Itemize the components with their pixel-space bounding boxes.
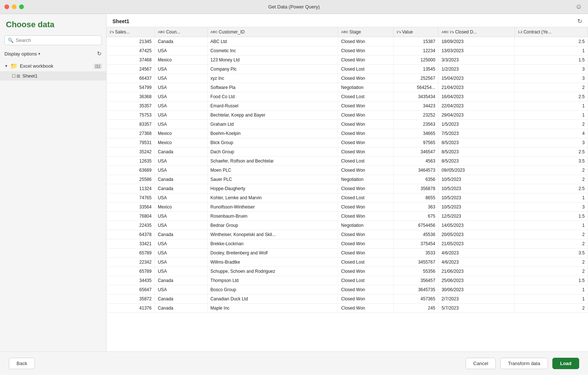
display-options-row[interactable]: Display options ▾ ↻ — [0, 48, 106, 59]
col-header-value: 1²₃ Value — [393, 27, 438, 37]
back-button[interactable]: Back — [9, 358, 35, 369]
col-header-customer-id: ABC Customer_ID — [207, 27, 338, 37]
transform-data-button[interactable]: Transform data — [500, 358, 548, 369]
col-header-sales: 1²₃ Sales... — [107, 27, 155, 37]
table-cell: Hoppe-Daugherty — [207, 184, 338, 193]
table-cell: Rosenbaum-Bruen — [207, 212, 338, 221]
load-button[interactable]: Load — [552, 358, 579, 369]
table-cell: Canada — [155, 175, 207, 184]
table-cell: USA — [155, 212, 207, 221]
col-header-contract: 1.2 Contract (Ye... — [514, 27, 588, 37]
table-cell: Negotiation — [338, 175, 393, 184]
table-cell: Negotiation — [338, 221, 393, 230]
table-cell: 7/5/2023 — [438, 129, 514, 138]
table-cell: xyz Inc — [207, 74, 338, 83]
sheet-header: Sheet1 ↻ — [107, 14, 588, 27]
table-cell: 09//05/2023 — [438, 166, 514, 175]
table-cell: USA — [155, 193, 207, 203]
sidebar-refresh-icon[interactable]: ↻ — [97, 50, 102, 57]
table-cell: 3 — [514, 203, 588, 212]
table-cell: 10/5/2023 — [438, 175, 514, 184]
footer-left: Back — [9, 358, 35, 369]
table-cell: 2 — [514, 258, 588, 267]
search-input[interactable] — [16, 38, 98, 43]
table-cell: 1.5 — [514, 276, 588, 285]
table-cell: 10/5/2023 — [438, 203, 514, 212]
table-cell: 2.5 — [514, 184, 588, 193]
close-button[interactable] — [4, 4, 9, 9]
table-cell: USA — [155, 74, 207, 83]
cancel-button[interactable]: Cancel — [466, 358, 496, 369]
table-cell: Kohler, Lemke and Marvin — [207, 193, 338, 203]
table-cell: USA — [155, 249, 207, 258]
sheet-tree-item[interactable]: ☐ ⊞ Sheet1 — [0, 71, 106, 81]
table-cell: Closed Won — [338, 285, 393, 294]
table-cell: 2.5 — [514, 92, 588, 101]
title-bar: Get Data (Power Query) ☺ — [0, 0, 588, 14]
content-refresh-button[interactable]: ↻ — [577, 18, 582, 25]
table-row: 65789USADooley, Breitenberg and WolfClos… — [107, 249, 588, 258]
table-cell: Closed Lost — [338, 258, 393, 267]
table-cell: 245 — [393, 304, 438, 313]
workbook-tree-item[interactable]: ▼ 📁 Excel workbook [1] — [0, 61, 106, 71]
table-cell: Canadian Duck Ltd — [207, 294, 338, 304]
table-row: 21345CanadaABC LtdClosed Won1538718/09/2… — [107, 37, 588, 46]
table-cell: 47425 — [107, 46, 155, 56]
table-cell: Closed Won — [338, 129, 393, 138]
table-cell: 1 — [514, 111, 588, 120]
table-row: 47425USACosmetic IncClosed Won1223413/03… — [107, 46, 588, 56]
table-row: 41376CanadaMaple IncClosed Won2455/7/202… — [107, 304, 588, 313]
col-header-closed-date: ABC 1²₃ Closed D... — [438, 27, 514, 37]
table-row: 66437USAxyz IncClosed Won25256715/04/202… — [107, 74, 588, 83]
table-cell: Closed Won — [338, 294, 393, 304]
table-cell: Emard-Russel — [207, 101, 338, 111]
search-box[interactable]: 🔍 — [4, 35, 102, 45]
table-container[interactable]: 1²₃ Sales... ABC Coun... — [107, 27, 588, 351]
table-cell: Closed Won — [338, 147, 393, 157]
table-cell: Canada — [155, 147, 207, 157]
table-cell: USA — [155, 65, 207, 74]
table-cell: Negotiation — [338, 83, 393, 92]
window-title: Get Data (Power Query) — [268, 4, 320, 10]
table-cell: Canada — [155, 184, 207, 193]
table-cell: Moen PLC — [207, 166, 338, 175]
table-cell: USA — [155, 111, 207, 120]
minimize-button[interactable] — [12, 4, 17, 9]
table-cell: Schuppe, Schoen and Rodriguez — [207, 267, 338, 276]
table-cell: 45536 — [393, 230, 438, 239]
table-cell: 13/03/2023 — [438, 46, 514, 56]
table-cell: 25/06/2023 — [438, 276, 514, 285]
table-row: 37468Mexico123 Money LtdClosed Won125000… — [107, 56, 588, 65]
sheet-name: Sheet1 — [112, 18, 129, 24]
sidebar-title: Choose data — [0, 20, 106, 35]
col-header-country: ABC Coun... — [155, 27, 207, 37]
table-cell: USA — [155, 267, 207, 276]
table-cell: 3 — [514, 138, 588, 147]
table-row: 22435USABednar GroupNegotiation675445614… — [107, 221, 588, 230]
table-cell: 363 — [393, 203, 438, 212]
table-cell: Wintheiser, Konopelski and Skil... — [207, 230, 338, 239]
table-cell: 20/05/2023 — [438, 230, 514, 239]
table-cell: 34665 — [393, 129, 438, 138]
table-cell: USA — [155, 285, 207, 294]
table-cell: 564254... — [393, 83, 438, 92]
table-cell: Blick Group — [207, 138, 338, 147]
table-cell: 34435 — [107, 276, 155, 285]
table-cell: Mexico — [155, 129, 207, 138]
table-cell: 4/6/2023 — [438, 249, 514, 258]
table-cell: 30/06/2023 — [438, 285, 514, 294]
table-cell: 2 — [514, 83, 588, 92]
table-cell: 1.5 — [514, 212, 588, 221]
table-cell: Closed Won — [338, 304, 393, 313]
table-cell: Closed Won — [338, 56, 393, 65]
table-cell: Closed Won — [338, 74, 393, 83]
table-row: 33564MexicoRunolfsson-WintheiserClosed W… — [107, 203, 588, 212]
table-cell: 55356 — [393, 267, 438, 276]
table-cell: 65647 — [107, 285, 155, 294]
table-cell: 3/3/2023 — [438, 56, 514, 65]
table-cell: Closed Lost — [338, 193, 393, 203]
table-cell: Cosmetic Inc — [207, 46, 338, 56]
table-cell: 3645735 — [393, 285, 438, 294]
maximize-button[interactable] — [19, 4, 24, 9]
table-cell: 64378 — [107, 230, 155, 239]
